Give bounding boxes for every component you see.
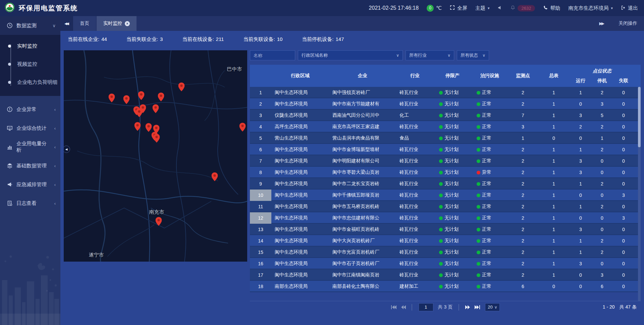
sidebar-item-data-monitoring[interactable]: 数据监测∨ [0,16,60,35]
status-dot-icon [439,239,443,243]
cell-region: 阆中生态环境局 [271,192,329,198]
close-tab-icon[interactable]: × [125,21,130,26]
map-pin[interactable] [135,122,141,131]
logout-button[interactable]: 退出 [621,5,638,11]
cell-stop-count: 0 [591,215,613,221]
map-pin[interactable] [138,91,145,100]
cell-company: 阆中千佛镇五郎垭页岩 [329,192,396,198]
page-size-value: 20 [488,305,492,310]
table-row[interactable]: 2阆中生态环境局阆中市南方节能建材有砖瓦行业无计划正常21030 [250,98,641,110]
map-city-label: 南充市 [149,209,164,215]
content-area: ◀◀ 首页 实时监控 × ▶▶ 关闭操作 当前在线企业:44 当前失联企业:3 … [60,16,644,325]
chevron-left-icon: ‹ [54,163,56,168]
cell-run-count: 1 [570,250,591,255]
status-select[interactable]: 所有状态 ∨ [457,50,489,60]
name-search-input[interactable] [250,50,295,60]
map-pin[interactable] [123,95,130,104]
last-page-button[interactable] [475,305,480,309]
mute-button[interactable] [498,5,502,11]
map-pin[interactable] [154,134,160,143]
tabs-scroll-right-button[interactable]: ▶▶ [599,21,604,26]
map-pin[interactable] [178,83,185,91]
table-row[interactable]: 14阆中生态环境局阆中大兴页岩机砖厂砖瓦行业无计划正常21120 [250,235,641,247]
table-row[interactable]: 16阆中生态环境局阆中市石子页岩机砖厂砖瓦行业无计划正常21300 [250,258,641,269]
close-operations-button[interactable]: 关闭操作 [619,20,637,26]
fullscreen-button[interactable]: 全屏 [450,5,467,11]
cell-company: 阆中市石子页岩机砖厂 [329,261,396,267]
industry-select[interactable]: 所有行业 ∨ [406,50,454,60]
sidebar-group: 企业异常‹ [0,100,60,119]
sidebar-item-emergency-reduction[interactable]: 应急减排管理‹ [0,175,60,194]
table-row[interactable]: 8阆中生态环境局阆中市枣碧大梁山页岩砖瓦行业无计划异常21300 [250,167,641,178]
cell-company: 阆中市五马桥页岩机砖 [329,204,396,210]
sidebar-item-enterprise-statistics[interactable]: 企业综合统计‹ [0,119,60,138]
range-label: 1 - 20 [603,304,615,310]
submenu-item-label: 视频监控 [17,61,37,67]
cell-total-count: 1 [538,124,570,129]
table-scrollbar[interactable] [638,87,641,301]
table-header: 行政区域 企业 行业 停限产 治污设施 监测点 总表 点位状态 运行 停机 失联 [250,65,641,87]
cell-limit-status: 无计划 [434,135,471,141]
theme-dropdown[interactable]: 主题 ▾ [475,5,490,11]
table-row[interactable]: 15阆中生态环境局阆中市光富页岩机砖厂砖瓦行业无计划正常21120 [250,247,641,258]
status-dot-icon [477,239,480,243]
sidebar-group: 数据监测∨实时监控视频监控企业电力负荷明细 [0,16,60,96]
sidebar-item-enterprise-abnormal[interactable]: 企业异常‹ [0,100,60,119]
cell-seq: 15 [250,247,271,258]
tab-home[interactable]: 首页 [73,16,96,31]
map-pin[interactable] [239,123,246,131]
map-pin[interactable] [146,123,152,132]
table-row[interactable]: 3仪陇生态环境局西南油气田分公司川中化工无计划正常71350 [250,110,641,121]
scrollbar-thumb[interactable] [638,87,641,147]
sidebar-subitem-power-load-detail[interactable]: 企业电力负荷明细 [0,73,60,91]
map-pin[interactable] [140,104,146,113]
tab-realtime-monitor[interactable]: 实时监控 × [97,16,137,31]
page-size-select[interactable]: 20 ∨ [485,303,500,311]
page-number-input[interactable] [419,303,433,311]
region-select[interactable]: 行政区域名称 ∨ [298,50,403,60]
sidebar-item-log-view[interactable]: 日志查看‹ [0,194,60,213]
map-pin[interactable] [109,94,115,102]
cell-run-count: 3 [570,227,591,232]
table-row[interactable]: 13阆中生态环境局阆中市金福旺页岩机砖砖瓦行业无计划正常21300 [250,224,641,235]
table-row[interactable]: 12阆中生态环境局阆中市忠信建材有限公砖瓦行业无计划正常21003 [250,212,641,224]
first-page-button[interactable] [391,305,396,309]
org-dropdown[interactable]: 南充市生态环境局 ▾ [568,5,613,11]
sidebar-item-power-analysis[interactable]: 企业用电量分析‹ [0,138,60,156]
status-label: 异常 [482,169,491,175]
table-row[interactable]: 11阆中生态环境局阆中市五马桥页岩机砖砖瓦行业无计划正常21120 [250,201,641,212]
table-row[interactable]: 4高坪生态环境局南充市高坪区王家店建砖瓦行业无计划正常31220 [250,121,641,132]
table-row[interactable]: 6阆中生态环境局阆中市金博瑞新型墙材砖瓦行业无计划正常21120 [250,144,641,155]
map-pin[interactable] [212,172,218,181]
status-label: 无计划 [444,249,459,255]
status-label: 无计划 [444,90,459,96]
map-pin[interactable] [153,104,159,113]
cell-monitor-count: 2 [508,272,538,278]
sidebar-subitem-video-monitor[interactable]: 视频监控 [0,55,60,73]
table-row[interactable]: 18南部生态环境局南部县砖化土陶有限公建材加工无计划正常60060 [250,281,641,292]
map-pin[interactable] [158,93,164,101]
status-label: 正常 [482,101,491,107]
table-row[interactable]: 17阆中生态环境局阆中市江南镇阆南页岩砖瓦行业无计划正常21030 [250,269,641,281]
notifications-button[interactable]: 2632 [511,5,535,11]
tabs-scroll-left-button[interactable]: ◀◀ [60,16,73,31]
next-page-button[interactable] [465,305,470,309]
prev-page-button[interactable] [401,305,406,309]
table-row[interactable]: 5营山生态环境局营山县润丰肉食品有限食品无计划正常10010 [250,132,641,144]
table-row[interactable]: 7阆中生态环境局阆中明阳建材有限公司砖瓦行业无计划正常21300 [250,155,641,167]
map-panel[interactable]: ◀ 巴中市南充市遂宁市 [64,50,247,262]
cell-industry: 砖瓦行业 [396,204,434,210]
status-label: 无计划 [444,283,459,289]
map-pin[interactable] [156,217,162,226]
col-header-limit: 停限产 [434,65,471,87]
table-row[interactable]: 10阆中生态环境局阆中千佛镇五郎垭页岩砖瓦行业无计划正常21003 [250,189,641,201]
sidebar-subitem-realtime-monitor[interactable]: 实时监控 [0,37,60,55]
cell-total-count: 1 [538,147,570,152]
table-row[interactable]: 9阆中生态环境局阆中市二龙长宝页岩砖砖瓦行业无计划正常21120 [250,178,641,189]
help-button[interactable]: 帮助 [543,5,560,11]
cell-monitor-count: 2 [508,204,538,209]
table-row[interactable]: 1阆中生态环境局阆中强锐页岩砖厂砖瓦行业无计划正常21120 [250,87,641,98]
status-dot-icon [477,102,480,106]
sidebar-item-base-data[interactable]: 基础数据管理‹ [0,156,60,175]
cell-run-count: 2 [570,124,591,129]
